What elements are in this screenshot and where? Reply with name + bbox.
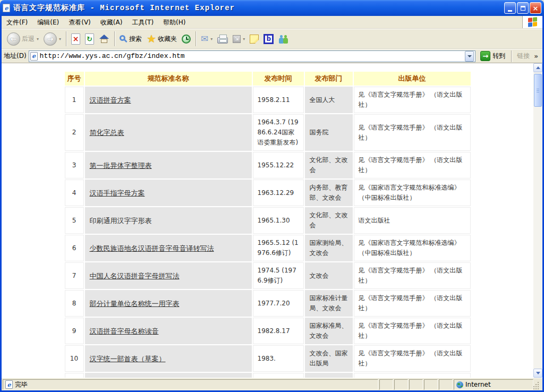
row-number-cell: 7 xyxy=(65,262,84,289)
publish-dept-cell: 文化部、文改会 xyxy=(305,152,353,178)
back-button[interactable]: ← 后退 ▾ xyxy=(5,30,41,47)
window-title: 语言文字规范标准库 - Microsoft Internet Explorer xyxy=(13,3,235,13)
history-button[interactable] xyxy=(180,30,193,47)
table-row: 1汉语拼音方案1958.2.11全国人大见《语言文字规范手册》 （语文出版社） xyxy=(65,87,471,113)
table-row: 4汉语手指字母方案1963.12.29内务部、教育部、文改会见《国家语言文字规范… xyxy=(65,180,471,206)
menu-favorites[interactable]: 收藏(A) xyxy=(96,16,128,28)
search-button[interactable]: 搜索 xyxy=(117,30,144,47)
mail-button[interactable]: ✉ ▾ xyxy=(199,30,215,47)
refresh-button[interactable]: ↻ xyxy=(83,30,96,47)
header-publish-dept: 发布部门 xyxy=(305,72,353,86)
publisher-cell: 见《语言文字规范手册》 （语文出版社） xyxy=(354,290,471,317)
row-number-cell: 4 xyxy=(65,180,84,206)
publish-date-cell: 1982.8.17 xyxy=(253,318,304,344)
window-controls: × xyxy=(504,2,541,14)
standard-link[interactable]: 少数民族语地名汉语拼音字母音译转写法 xyxy=(90,244,214,252)
messenger-button[interactable] xyxy=(276,30,292,47)
scroll-down-button[interactable] xyxy=(533,369,542,378)
forward-dropdown-icon[interactable]: ▾ xyxy=(59,37,61,41)
menu-help[interactable]: 帮助(H) xyxy=(158,16,190,28)
favorites-label: 收藏夹 xyxy=(158,35,177,44)
standard-link[interactable]: 汉语手指字母方案 xyxy=(90,189,145,197)
page-content: 序号 规范标准名称 发布时间 发布部门 出版单位 1汉语拼音方案1958.2.1… xyxy=(2,63,542,378)
publish-dept-cell: 内务部、教育部、文改会 xyxy=(305,180,353,206)
standard-link[interactable]: 汉字统一部首表（草案） xyxy=(90,355,166,363)
refresh-icon: ↻ xyxy=(85,33,94,45)
standards-table: 序号 规范标准名称 发布时间 发布部门 出版单位 1汉语拼音方案1958.2.1… xyxy=(64,71,472,378)
standard-link[interactable]: 汉语拼音字母名称读音 xyxy=(90,327,159,335)
zone-label: Internet xyxy=(465,381,491,388)
publish-date-cell: 1955.12.22 xyxy=(253,152,304,178)
publisher-cell: 见《语言文字规范手册》 （语文出版社） xyxy=(354,87,471,113)
menu-tools[interactable]: 工具(T) xyxy=(127,16,158,28)
window-frame: 文件(F) 编辑(E) 查看(V) 收藏(A) 工具(T) 帮助(H) ← 后退… xyxy=(0,16,544,392)
publish-dept-cell: 国家标准计量局、文改会 xyxy=(305,290,353,317)
standard-link[interactable]: 第一批异体字整理表 xyxy=(90,161,152,169)
publisher-cell: 见《国家语言文字规范和标准选编》（中国标准出版社） xyxy=(354,180,471,206)
standard-link[interactable]: 汉语拼音方案 xyxy=(90,96,131,104)
status-bar: e 完毕 Internet xyxy=(2,378,542,390)
standard-link[interactable]: 中国人名汉语拼音字母拼写法 xyxy=(90,272,180,280)
go-label: 转到 xyxy=(492,52,505,61)
standard-name-cell: 中国人名汉语拼音字母拼写法 xyxy=(85,262,252,289)
web-page: 序号 规范标准名称 发布时间 发布部门 出版单位 1汉语拼音方案1958.2.1… xyxy=(2,63,542,378)
scrollbar-track[interactable] xyxy=(533,107,542,369)
publish-date-cell: 1965.1.30 xyxy=(253,207,304,234)
header-publish-date: 发布时间 xyxy=(253,72,304,86)
back-icon: ← xyxy=(7,32,20,46)
security-zone-pane: Internet xyxy=(454,379,533,390)
edit-dropdown-icon[interactable]: ▾ xyxy=(243,37,245,41)
toolbar-separator xyxy=(196,31,196,46)
standard-link[interactable]: 简化字总表 xyxy=(90,129,124,137)
address-input[interactable]: e xyxy=(29,50,476,62)
resize-grip[interactable] xyxy=(534,379,541,390)
edit-button[interactable]: ⇲ ▾ xyxy=(231,30,247,47)
menu-file[interactable]: 文件(F) xyxy=(2,16,32,28)
publish-dept-cell: 国家标准局、文改会 xyxy=(305,318,353,344)
stop-button[interactable]: × xyxy=(69,30,82,47)
forward-button[interactable]: → ▾ xyxy=(41,30,63,47)
scroll-up-button[interactable] xyxy=(533,63,542,72)
table-row: 10汉字统一部首表（草案）1983.文改会、国家出版局见《语言文字规范手册》 （… xyxy=(65,345,471,372)
status-page-icon: e xyxy=(5,380,13,389)
toolbar: ← 后退 ▾ → ▾ × ↻ 搜索 ★ xyxy=(2,29,542,49)
menu-edit[interactable]: 编辑(E) xyxy=(32,16,64,28)
vertical-scrollbar[interactable] xyxy=(533,63,542,378)
minimize-button[interactable] xyxy=(504,2,516,14)
home-icon xyxy=(99,35,109,44)
row-number-cell: 6 xyxy=(65,235,84,261)
scrollbar-thumb[interactable] xyxy=(534,74,542,107)
print-icon xyxy=(217,37,228,44)
standards-table-body: 1汉语拼音方案1958.2.11全国人大见《语言文字规范手册》 （语文出版社）2… xyxy=(65,87,471,378)
url-field[interactable] xyxy=(40,52,463,60)
status-text: 完毕 xyxy=(15,380,28,389)
publisher-cell: 见《语言文字规范手册》 （语文出版社） xyxy=(354,345,471,372)
discuss-note-icon xyxy=(250,35,259,44)
publish-dept-cell: 国务院 xyxy=(305,114,353,151)
discuss-button[interactable] xyxy=(248,30,261,47)
standard-name-cell: 汉语拼音方案 xyxy=(85,87,252,113)
publisher-cell: 见《语言文字规范手册》 （语文出版社） xyxy=(354,152,471,178)
address-dropdown-button[interactable] xyxy=(465,51,474,62)
extension-b-button[interactable]: b xyxy=(261,30,276,47)
links-label[interactable]: 链接 xyxy=(515,52,532,61)
back-label: 后退 xyxy=(22,35,35,44)
print-button[interactable] xyxy=(215,30,230,47)
windows-flag-icon xyxy=(528,17,537,27)
standard-link[interactable]: 部分计量单位名称统一用字表 xyxy=(90,300,180,308)
links-chevron-icon[interactable]: » xyxy=(534,53,540,60)
back-dropdown-icon[interactable]: ▾ xyxy=(37,37,39,41)
search-label: 搜索 xyxy=(129,35,142,44)
table-row: 7中国人名汉语拼音字母拼写法1974.5 (1976.9修订)文改会见《语言文字… xyxy=(65,262,471,289)
publish-date-cell: 1963.12.29 xyxy=(253,180,304,206)
mail-dropdown-icon[interactable]: ▾ xyxy=(210,37,212,41)
go-button[interactable]: → 转到 xyxy=(478,51,508,61)
page-icon: e xyxy=(30,52,38,61)
close-button[interactable]: × xyxy=(530,2,541,14)
maximize-button[interactable] xyxy=(517,2,529,14)
menu-view[interactable]: 查看(V) xyxy=(64,16,96,28)
scroll-down-icon xyxy=(536,372,540,374)
title-bar[interactable]: e 语言文字规范标准库 - Microsoft Internet Explore… xyxy=(0,0,544,16)
home-button[interactable] xyxy=(97,30,112,47)
favorites-button[interactable]: ★ 收藏夹 xyxy=(144,30,179,47)
